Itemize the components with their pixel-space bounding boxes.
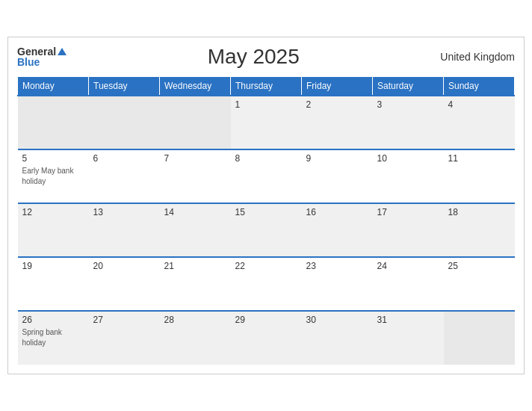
day-event: Spring bank holiday	[22, 328, 62, 347]
calendar-cell: 7	[160, 149, 231, 203]
day-number: 22	[235, 261, 297, 271]
day-number: 24	[377, 261, 439, 271]
calendar-cell: 19	[18, 257, 89, 311]
calendar-header: General Blue May 2025 United Kingdom	[17, 45, 515, 69]
calendar-cell: 12	[18, 203, 89, 257]
day-number: 28	[164, 315, 226, 325]
day-number: 30	[306, 315, 368, 325]
day-number: 21	[164, 261, 226, 271]
day-number: 4	[448, 99, 510, 110]
calendar-title: May 2025	[208, 45, 300, 69]
calendar-cell: 22	[231, 257, 302, 311]
day-number: 20	[93, 261, 155, 271]
day-number: 25	[448, 261, 510, 271]
calendar-cell: 16	[302, 203, 373, 257]
calendar-cell: 11	[444, 149, 515, 203]
calendar-cell: 27	[89, 311, 160, 365]
weekday-header-friday: Friday	[302, 77, 373, 96]
logo-triangle-icon	[58, 48, 66, 55]
logo-general-text: General	[17, 46, 56, 57]
day-number: 6	[93, 153, 155, 164]
calendar-cell: 10	[373, 149, 444, 203]
day-number: 14	[164, 207, 226, 217]
day-number: 2	[306, 99, 368, 110]
calendar-cell: 4	[444, 96, 515, 149]
day-number: 18	[448, 207, 510, 217]
calendar-cell	[89, 96, 160, 149]
calendar-cell: 3	[373, 96, 444, 149]
day-number: 15	[235, 207, 297, 217]
weekday-header-wednesday: Wednesday	[160, 77, 231, 96]
day-number: 3	[377, 99, 439, 110]
logo-blue-text: Blue	[17, 57, 40, 67]
day-number: 7	[164, 153, 226, 164]
day-event: Early May bank holiday	[22, 167, 74, 185]
calendar-cell: 6	[89, 149, 160, 203]
calendar-cell: 26Spring bank holiday	[18, 311, 89, 365]
day-number: 13	[93, 207, 155, 217]
calendar-cell: 18	[444, 203, 515, 257]
weekday-header-tuesday: Tuesday	[89, 77, 160, 96]
calendar-cell: 25	[444, 257, 515, 311]
calendar-cell: 1	[231, 96, 302, 149]
day-number: 16	[306, 207, 368, 217]
week-row-1: 1234	[18, 96, 515, 149]
week-row-3: 12131415161718	[18, 203, 515, 257]
calendar-cell: 5Early May bank holiday	[18, 149, 89, 203]
day-number: 23	[306, 261, 368, 271]
weekday-header-saturday: Saturday	[373, 77, 444, 96]
day-number: 5	[22, 153, 84, 164]
logo: General Blue	[17, 46, 66, 67]
calendar-cell: 23	[302, 257, 373, 311]
calendar-cell: 17	[373, 203, 444, 257]
calendar-cell: 8	[231, 149, 302, 203]
day-number: 9	[306, 153, 368, 164]
calendar-cell: 31	[373, 311, 444, 365]
calendar-cell: 29	[231, 311, 302, 365]
week-row-4: 19202122232425	[18, 257, 515, 311]
weekday-header-thursday: Thursday	[231, 77, 302, 96]
calendar-cell: 20	[89, 257, 160, 311]
day-number: 1	[235, 99, 297, 110]
weekday-header-sunday: Sunday	[444, 77, 515, 96]
calendar-grid: MondayTuesdayWednesdayThursdayFridaySatu…	[17, 76, 515, 365]
day-number: 8	[235, 153, 297, 164]
calendar-container: General Blue May 2025 United Kingdom Mon…	[7, 37, 525, 374]
day-number: 12	[22, 207, 84, 217]
calendar-cell: 28	[160, 311, 231, 365]
day-number: 10	[377, 153, 439, 164]
day-number: 31	[377, 315, 439, 325]
calendar-cell: 13	[89, 203, 160, 257]
calendar-cell: 15	[231, 203, 302, 257]
calendar-cell	[160, 96, 231, 149]
calendar-cell	[444, 311, 515, 365]
day-number: 27	[93, 315, 155, 325]
calendar-cell: 30	[302, 311, 373, 365]
week-row-2: 5Early May bank holiday67891011	[18, 149, 515, 203]
weekday-header-row: MondayTuesdayWednesdayThursdayFridaySatu…	[18, 77, 515, 96]
calendar-cell: 21	[160, 257, 231, 311]
calendar-cell: 2	[302, 96, 373, 149]
calendar-region: United Kingdom	[440, 51, 515, 63]
day-number: 17	[377, 207, 439, 217]
day-number: 11	[448, 153, 510, 164]
week-row-5: 26Spring bank holiday2728293031	[18, 311, 515, 365]
day-number: 29	[235, 315, 297, 325]
day-number: 19	[22, 261, 84, 271]
calendar-cell: 14	[160, 203, 231, 257]
calendar-cell: 24	[373, 257, 444, 311]
calendar-cell	[18, 96, 89, 149]
calendar-cell: 9	[302, 149, 373, 203]
weekday-header-monday: Monday	[18, 77, 89, 96]
day-number: 26	[22, 315, 84, 325]
